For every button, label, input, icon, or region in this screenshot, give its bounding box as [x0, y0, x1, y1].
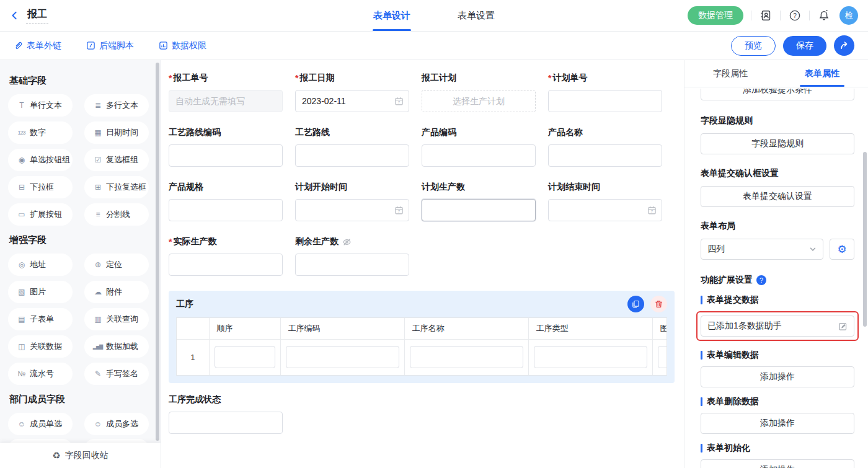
field-item-image[interactable]: ▧图片	[8, 281, 73, 303]
process-status-input[interactable]	[169, 412, 283, 434]
copy-icon[interactable]	[627, 296, 644, 312]
calendar-icon[interactable]: 7	[647, 206, 657, 215]
product-name-input-el[interactable]	[549, 145, 662, 166]
tab-field-properties[interactable]: 字段属性	[684, 60, 776, 87]
edit-icon[interactable]	[838, 322, 848, 331]
address-book-icon[interactable]	[759, 9, 773, 22]
help-icon[interactable]: ?	[788, 9, 802, 22]
field-route[interactable]: 工艺路线	[295, 127, 409, 167]
drawing-input[interactable]	[658, 346, 668, 368]
layout-settings-button[interactable]: ⚙	[830, 239, 854, 260]
field-product-name[interactable]: 产品名称	[548, 127, 662, 167]
data-manage-button[interactable]: 数据管理	[688, 6, 743, 25]
calendar-icon[interactable]: 7	[394, 97, 404, 106]
add-validation-condition-button[interactable]: 添加校验提示条件	[701, 89, 854, 100]
calendar-icon[interactable]: 7	[394, 206, 404, 215]
route-input[interactable]	[295, 144, 409, 167]
actual-qty-input-el[interactable]	[169, 254, 282, 275]
notification-bell-icon[interactable]	[817, 9, 831, 22]
product-name-input[interactable]	[548, 144, 662, 167]
field-item-radio-group[interactable]: ◉单选按钮组	[8, 149, 73, 171]
plan-end-time-input[interactable]: 7	[548, 199, 662, 221]
field-plan-end-time[interactable]: 计划结束时间 7	[548, 182, 662, 221]
product-code-input[interactable]	[422, 144, 536, 167]
add-action-button-delete[interactable]: 添加操作	[701, 413, 854, 434]
product-code-input-el[interactable]	[422, 145, 535, 166]
actual-qty-input[interactable]	[169, 254, 283, 276]
plan-qty-input[interactable]	[422, 199, 536, 221]
save-button[interactable]: 保存	[783, 36, 826, 56]
plan-start-time-input-el[interactable]	[296, 200, 409, 221]
field-item-serial-number[interactable]: №流水号	[8, 363, 73, 385]
field-item-dropdown[interactable]: ⊟下拉框	[8, 176, 73, 198]
field-report-number[interactable]: *报工单号	[169, 73, 283, 112]
field-item-signature[interactable]: ✎手写签名	[84, 363, 149, 385]
subform-process[interactable]: 工序 顺序	[169, 291, 675, 383]
process-type-input[interactable]	[534, 346, 647, 368]
tab-form-settings[interactable]: 表单设置	[458, 0, 495, 31]
back-button[interactable]: 报工	[10, 8, 48, 24]
remaining-qty-input-el[interactable]	[296, 254, 409, 275]
add-action-button-edit[interactable]: 添加操作	[701, 366, 854, 387]
field-product-code[interactable]: 产品编码	[422, 127, 536, 167]
field-item-multi-dropdown[interactable]: ⊞下拉复选框	[84, 176, 149, 198]
field-item-linked-query[interactable]: ▥关联查询	[84, 308, 149, 330]
order-input[interactable]	[215, 346, 275, 368]
field-item-member-single[interactable]: ☺成员单选	[8, 413, 73, 435]
panel-scrollbar[interactable]	[863, 152, 867, 327]
form-external-link[interactable]: 表单外链	[14, 40, 61, 51]
add-action-button-init[interactable]: 添加操作	[701, 459, 854, 468]
field-remaining-qty[interactable]: 剩余生产数	[295, 236, 409, 276]
submit-confirm-button[interactable]: 表单提交确认设置	[701, 186, 854, 207]
preview-button[interactable]: 预览	[731, 36, 776, 56]
user-avatar[interactable]: 检	[839, 6, 858, 25]
field-plan-start-time[interactable]: 计划开始时间 7	[295, 182, 409, 221]
field-item-attachment[interactable]: ☁附件	[84, 281, 149, 303]
plan-number-input-el[interactable]	[549, 91, 662, 112]
field-item-checkbox-group[interactable]: ☑复选框组	[84, 149, 149, 171]
form-title[interactable]: 报工	[26, 8, 48, 24]
field-item-linked-data[interactable]: ◫关联数据	[8, 335, 73, 358]
product-spec-input[interactable]	[169, 199, 283, 221]
field-report-plan[interactable]: 报工计划	[422, 73, 536, 112]
field-item-address[interactable]: ◎地址	[8, 254, 73, 276]
field-item-geolocation[interactable]: ⊕定位	[84, 254, 149, 276]
field-plan-number[interactable]: *计划单号	[548, 73, 662, 112]
visibility-rule-button[interactable]: 字段显隐规则	[701, 133, 854, 154]
layout-select[interactable]: 四列	[701, 239, 823, 260]
field-route-code[interactable]: 工艺路线编码	[169, 127, 283, 167]
trash-icon[interactable]	[650, 296, 667, 312]
field-plan-qty[interactable]: 计划生产数	[422, 182, 536, 221]
route-input-el[interactable]	[296, 145, 409, 166]
field-product-spec[interactable]: 产品规格	[169, 182, 283, 221]
report-plan-picker-el[interactable]	[422, 91, 535, 112]
plan-number-input[interactable]	[548, 90, 662, 112]
product-spec-input-el[interactable]	[169, 200, 282, 221]
backend-script[interactable]: 后端脚本	[86, 40, 134, 51]
process-status-input-el[interactable]	[169, 412, 282, 433]
field-item-number[interactable]: 123数字	[8, 121, 73, 144]
route-code-input[interactable]	[169, 144, 283, 167]
help-badge-icon[interactable]: ?	[756, 275, 766, 285]
remaining-qty-input[interactable]	[295, 254, 409, 276]
tab-form-properties[interactable]: 表单属性	[776, 60, 868, 87]
field-item-single-line-text[interactable]: T单行文本	[8, 94, 73, 117]
process-name-input[interactable]	[410, 346, 523, 368]
field-item-datetime[interactable]: ▦日期时间	[84, 121, 149, 144]
field-process-status[interactable]: 工序完成状态	[169, 394, 283, 434]
form-canvas[interactable]: *报工单号 *报工日期 7 报工计划	[161, 60, 684, 468]
route-code-input-el[interactable]	[169, 145, 282, 166]
plan-qty-input-el[interactable]	[422, 200, 535, 221]
field-item-subform[interactable]: ▤子表单	[8, 308, 73, 330]
field-actual-qty[interactable]: *实际生产数	[169, 236, 283, 276]
field-item-multi-line-text[interactable]: ≣多行文本	[84, 94, 149, 117]
field-item-divider[interactable]: ≡分割线	[84, 203, 149, 226]
report-date-input-el[interactable]	[296, 91, 409, 112]
tab-form-design[interactable]: 表单设计	[373, 0, 410, 31]
report-date-input[interactable]: 7	[295, 90, 409, 112]
process-code-input[interactable]	[286, 346, 399, 368]
share-button[interactable]	[834, 35, 854, 56]
report-plan-picker[interactable]	[422, 90, 536, 112]
field-item-extend-button[interactable]: ▭扩展按钮	[8, 203, 73, 226]
plan-end-time-input-el[interactable]	[549, 200, 662, 221]
